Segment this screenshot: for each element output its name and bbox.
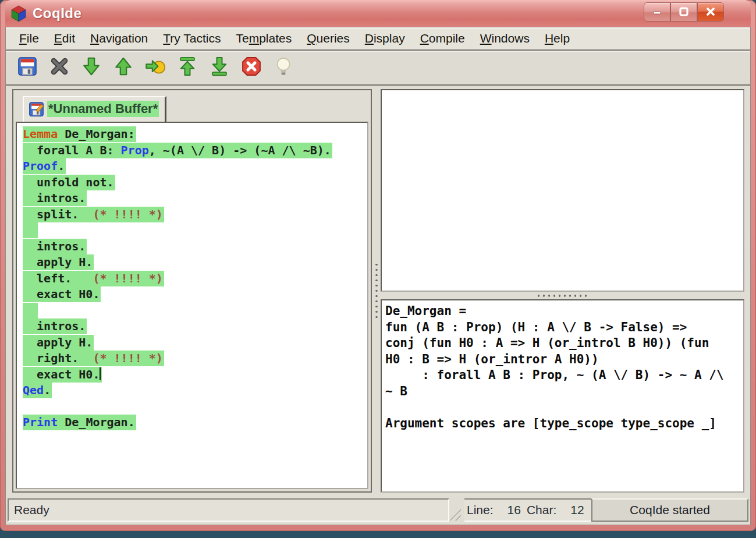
code-line: forall A B: Prop, ~(A \/ B) -> (~A /\ ~B… — [23, 143, 367, 159]
arrow-down-icon — [81, 56, 102, 79]
arrow-up-icon — [113, 56, 134, 79]
message-line — [385, 399, 741, 416]
processed-highlight: Qed. — [23, 383, 52, 398]
maximize-button[interactable] — [670, 2, 697, 22]
code-line — [23, 222, 367, 239]
message-line: Argument scopes are [type_scope type_sco… — [385, 416, 741, 432]
titlebar[interactable]: CoqIde — [5, 0, 751, 27]
save-button[interactable] — [15, 55, 40, 80]
main-area: *Unnamed Buffer* Lemma De_Morgan: forall… — [6, 86, 750, 497]
menu-help[interactable]: Help — [537, 29, 577, 48]
vertical-pane-handle[interactable] — [372, 89, 381, 493]
processed-highlight: right. (* !!!! *) — [23, 351, 164, 366]
minimize-icon — [650, 5, 664, 19]
app-status-text: CoqIde started — [630, 503, 710, 517]
maximize-icon — [677, 5, 691, 19]
code-line: right. (* !!!! *) — [23, 351, 367, 367]
tab-label: *Unnamed Buffer* — [47, 101, 159, 117]
client-area: FileEditNavigationTry TacticsTemplatesQu… — [5, 27, 751, 525]
close-buffer-icon — [49, 56, 70, 79]
menu-try-tactics[interactable]: Try Tactics — [155, 29, 228, 48]
menu-file[interactable]: File — [12, 29, 47, 48]
code-line: intros. — [23, 239, 367, 255]
status-message: Ready — [8, 498, 449, 522]
script-editor[interactable]: Lemma De_Morgan: forall A B: Prop, ~(A \… — [16, 122, 368, 489]
go-to-cursor-button[interactable] — [143, 55, 168, 80]
cursor-position: Line: 16 Char: 12 — [464, 498, 591, 522]
processed-highlight: intros. — [23, 318, 87, 334]
message-line: ~ B — [385, 384, 741, 400]
grip-lines-icon — [449, 509, 461, 521]
goto-cursor-icon — [145, 56, 166, 79]
menu-queries[interactable]: Queries — [299, 29, 357, 48]
goals-panel[interactable] — [381, 89, 744, 292]
line-value: 16 — [507, 503, 521, 517]
minimize-button[interactable] — [644, 2, 670, 22]
processed-highlight: intros. — [23, 239, 87, 254]
arrow-up-to-bar-icon — [177, 56, 198, 79]
go-to-end-button[interactable] — [207, 55, 232, 80]
script-notebook: *Unnamed Buffer* Lemma De_Morgan: forall… — [12, 89, 372, 493]
stop-icon — [241, 56, 262, 79]
menu-navigation[interactable]: Navigation — [83, 29, 155, 48]
interrupt-button[interactable] — [239, 55, 264, 80]
processed-highlight — [23, 222, 38, 238]
menu-templates[interactable]: Templates — [228, 29, 299, 48]
close-buffer-button[interactable] — [47, 55, 72, 80]
pane-handle-dots-icon — [375, 262, 378, 320]
step-forward-button[interactable] — [79, 55, 104, 80]
hint-button[interactable] — [271, 55, 296, 80]
statusbar: Ready Line: 16 Char: 12 CoqIde started — [6, 497, 750, 525]
code-line: left. (* !!!! *) — [23, 271, 367, 287]
pane-handle-dots-icon — [536, 295, 590, 297]
processed-highlight: Lemma De_Morgan: — [23, 126, 136, 142]
processed-highlight: intros. — [23, 190, 87, 206]
window-title: CoqIde — [33, 5, 81, 22]
code-line: apply H. — [23, 335, 367, 351]
menu-display[interactable]: Display — [357, 29, 413, 48]
code-line: unfold not. — [23, 175, 367, 191]
toolbar — [6, 51, 750, 86]
go-to-start-button[interactable] — [175, 55, 200, 80]
coqide-window: CoqIde FileEditNavigationTry TacticsTemp… — [0, 0, 756, 531]
unsaved-buffer-icon — [29, 101, 44, 117]
code-line: Print De_Morgan. — [23, 415, 367, 431]
code-line: split. (* !!!! *) — [23, 207, 367, 223]
step-backward-button[interactable] — [111, 55, 136, 80]
tab-row: *Unnamed Buffer* — [16, 93, 368, 122]
arrow-down-to-bar-icon — [209, 56, 230, 79]
processed-highlight: apply H. — [23, 335, 94, 351]
processed-highlight: Print De_Morgan. — [23, 415, 136, 430]
processed-highlight: split. (* !!!! *) — [23, 207, 164, 222]
processed-highlight: exact H0. — [23, 367, 102, 383]
message-line: H0 : B => H (or_intror A H0)) — [385, 352, 741, 368]
menu-edit[interactable]: Edit — [47, 29, 83, 48]
code-line: exact H0. — [23, 286, 367, 303]
menu-windows[interactable]: Windows — [473, 29, 537, 48]
lightbulb-icon — [273, 56, 294, 79]
tab-unnamed-buffer[interactable]: *Unnamed Buffer* — [23, 96, 166, 122]
line-label: Line: — [467, 503, 494, 517]
code-line: intros. — [23, 190, 367, 207]
message-line: De_Morgan = — [385, 303, 741, 320]
code-line: Qed. — [23, 383, 367, 399]
processed-highlight: apply H. — [23, 254, 94, 270]
resize-grip[interactable] — [449, 498, 464, 522]
code-line — [23, 399, 367, 415]
text-cursor — [100, 367, 101, 380]
horizontal-pane-handle[interactable] — [381, 292, 744, 299]
code-line: Proof. — [23, 158, 367, 175]
coqide-logo-icon — [10, 5, 27, 22]
app-status: CoqIde started — [591, 498, 748, 522]
messages-panel[interactable]: De_Morgan = fun (A B : Prop) (H : A \/ B… — [381, 299, 744, 493]
code-line: intros. — [23, 318, 367, 335]
status-ready-text: Ready — [14, 503, 49, 517]
save-icon — [17, 56, 38, 79]
code-line — [23, 303, 367, 319]
message-line: fun (A B : Prop) (H : A \/ B -> False) =… — [385, 320, 741, 336]
menu-compile[interactable]: Compile — [413, 29, 473, 48]
code-line: apply H. — [23, 254, 367, 271]
close-button[interactable] — [697, 2, 724, 22]
message-line: conj (fun H0 : A => H (or_introl B H0)) … — [385, 335, 741, 352]
close-icon — [704, 5, 718, 19]
